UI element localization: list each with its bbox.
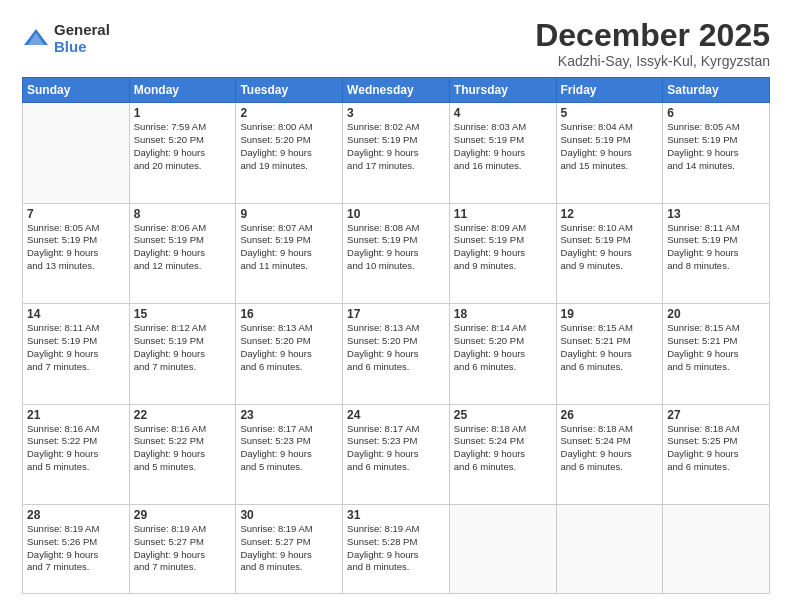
cell-info: Sunrise: 8:06 AM Sunset: 5:19 PM Dayligh… bbox=[134, 222, 232, 273]
page: General Blue December 2025 Kadzhi-Say, I… bbox=[0, 0, 792, 612]
cell-info: Sunrise: 8:16 AM Sunset: 5:22 PM Dayligh… bbox=[27, 423, 125, 474]
table-row: 22Sunrise: 8:16 AM Sunset: 5:22 PM Dayli… bbox=[129, 404, 236, 504]
cell-info: Sunrise: 8:18 AM Sunset: 5:24 PM Dayligh… bbox=[561, 423, 659, 474]
logo-icon bbox=[22, 25, 50, 53]
day-number: 19 bbox=[561, 307, 659, 321]
table-row bbox=[556, 504, 663, 593]
calendar-header-row: Sunday Monday Tuesday Wednesday Thursday… bbox=[23, 78, 770, 103]
table-row: 23Sunrise: 8:17 AM Sunset: 5:23 PM Dayli… bbox=[236, 404, 343, 504]
table-row: 27Sunrise: 8:18 AM Sunset: 5:25 PM Dayli… bbox=[663, 404, 770, 504]
table-row: 5Sunrise: 8:04 AM Sunset: 5:19 PM Daylig… bbox=[556, 103, 663, 203]
col-thursday: Thursday bbox=[449, 78, 556, 103]
table-row: 14Sunrise: 8:11 AM Sunset: 5:19 PM Dayli… bbox=[23, 304, 130, 404]
day-number: 30 bbox=[240, 508, 338, 522]
cell-info: Sunrise: 8:16 AM Sunset: 5:22 PM Dayligh… bbox=[134, 423, 232, 474]
table-row: 2Sunrise: 8:00 AM Sunset: 5:20 PM Daylig… bbox=[236, 103, 343, 203]
table-row: 6Sunrise: 8:05 AM Sunset: 5:19 PM Daylig… bbox=[663, 103, 770, 203]
table-row: 8Sunrise: 8:06 AM Sunset: 5:19 PM Daylig… bbox=[129, 203, 236, 303]
table-row: 12Sunrise: 8:10 AM Sunset: 5:19 PM Dayli… bbox=[556, 203, 663, 303]
day-number: 2 bbox=[240, 106, 338, 120]
cell-info: Sunrise: 8:15 AM Sunset: 5:21 PM Dayligh… bbox=[561, 322, 659, 373]
day-number: 4 bbox=[454, 106, 552, 120]
table-row bbox=[23, 103, 130, 203]
col-friday: Friday bbox=[556, 78, 663, 103]
cell-info: Sunrise: 8:12 AM Sunset: 5:19 PM Dayligh… bbox=[134, 322, 232, 373]
col-monday: Monday bbox=[129, 78, 236, 103]
cell-info: Sunrise: 8:19 AM Sunset: 5:27 PM Dayligh… bbox=[134, 523, 232, 574]
day-number: 10 bbox=[347, 207, 445, 221]
day-number: 22 bbox=[134, 408, 232, 422]
table-row bbox=[663, 504, 770, 593]
cell-info: Sunrise: 8:15 AM Sunset: 5:21 PM Dayligh… bbox=[667, 322, 765, 373]
table-row: 31Sunrise: 8:19 AM Sunset: 5:28 PM Dayli… bbox=[343, 504, 450, 593]
cell-info: Sunrise: 8:13 AM Sunset: 5:20 PM Dayligh… bbox=[347, 322, 445, 373]
day-number: 14 bbox=[27, 307, 125, 321]
table-row: 16Sunrise: 8:13 AM Sunset: 5:20 PM Dayli… bbox=[236, 304, 343, 404]
day-number: 25 bbox=[454, 408, 552, 422]
table-row: 3Sunrise: 8:02 AM Sunset: 5:19 PM Daylig… bbox=[343, 103, 450, 203]
table-row: 10Sunrise: 8:08 AM Sunset: 5:19 PM Dayli… bbox=[343, 203, 450, 303]
day-number: 1 bbox=[134, 106, 232, 120]
table-row: 25Sunrise: 8:18 AM Sunset: 5:24 PM Dayli… bbox=[449, 404, 556, 504]
table-row: 1Sunrise: 7:59 AM Sunset: 5:20 PM Daylig… bbox=[129, 103, 236, 203]
day-number: 3 bbox=[347, 106, 445, 120]
cell-info: Sunrise: 8:09 AM Sunset: 5:19 PM Dayligh… bbox=[454, 222, 552, 273]
col-saturday: Saturday bbox=[663, 78, 770, 103]
table-row: 19Sunrise: 8:15 AM Sunset: 5:21 PM Dayli… bbox=[556, 304, 663, 404]
table-row: 21Sunrise: 8:16 AM Sunset: 5:22 PM Dayli… bbox=[23, 404, 130, 504]
header: General Blue December 2025 Kadzhi-Say, I… bbox=[22, 18, 770, 69]
cell-info: Sunrise: 8:02 AM Sunset: 5:19 PM Dayligh… bbox=[347, 121, 445, 172]
cell-info: Sunrise: 8:17 AM Sunset: 5:23 PM Dayligh… bbox=[240, 423, 338, 474]
col-tuesday: Tuesday bbox=[236, 78, 343, 103]
day-number: 27 bbox=[667, 408, 765, 422]
cell-info: Sunrise: 8:19 AM Sunset: 5:28 PM Dayligh… bbox=[347, 523, 445, 574]
day-number: 5 bbox=[561, 106, 659, 120]
col-sunday: Sunday bbox=[23, 78, 130, 103]
day-number: 7 bbox=[27, 207, 125, 221]
cell-info: Sunrise: 8:11 AM Sunset: 5:19 PM Dayligh… bbox=[27, 322, 125, 373]
day-number: 18 bbox=[454, 307, 552, 321]
logo: General Blue bbox=[22, 22, 110, 55]
table-row: 20Sunrise: 8:15 AM Sunset: 5:21 PM Dayli… bbox=[663, 304, 770, 404]
calendar-table: Sunday Monday Tuesday Wednesday Thursday… bbox=[22, 77, 770, 594]
day-number: 29 bbox=[134, 508, 232, 522]
day-number: 23 bbox=[240, 408, 338, 422]
cell-info: Sunrise: 8:14 AM Sunset: 5:20 PM Dayligh… bbox=[454, 322, 552, 373]
logo-general-text: General bbox=[54, 22, 110, 39]
cell-info: Sunrise: 8:19 AM Sunset: 5:26 PM Dayligh… bbox=[27, 523, 125, 574]
location-title: Kadzhi-Say, Issyk-Kul, Kyrgyzstan bbox=[535, 53, 770, 69]
day-number: 6 bbox=[667, 106, 765, 120]
table-row: 18Sunrise: 8:14 AM Sunset: 5:20 PM Dayli… bbox=[449, 304, 556, 404]
day-number: 17 bbox=[347, 307, 445, 321]
day-number: 26 bbox=[561, 408, 659, 422]
table-row: 29Sunrise: 8:19 AM Sunset: 5:27 PM Dayli… bbox=[129, 504, 236, 593]
day-number: 9 bbox=[240, 207, 338, 221]
logo-blue-text: Blue bbox=[54, 39, 110, 56]
cell-info: Sunrise: 8:05 AM Sunset: 5:19 PM Dayligh… bbox=[667, 121, 765, 172]
title-block: December 2025 Kadzhi-Say, Issyk-Kul, Kyr… bbox=[535, 18, 770, 69]
table-row: 11Sunrise: 8:09 AM Sunset: 5:19 PM Dayli… bbox=[449, 203, 556, 303]
cell-info: Sunrise: 8:05 AM Sunset: 5:19 PM Dayligh… bbox=[27, 222, 125, 273]
day-number: 8 bbox=[134, 207, 232, 221]
day-number: 28 bbox=[27, 508, 125, 522]
table-row bbox=[449, 504, 556, 593]
logo-text: General Blue bbox=[54, 22, 110, 55]
table-row: 28Sunrise: 8:19 AM Sunset: 5:26 PM Dayli… bbox=[23, 504, 130, 593]
day-number: 16 bbox=[240, 307, 338, 321]
cell-info: Sunrise: 8:07 AM Sunset: 5:19 PM Dayligh… bbox=[240, 222, 338, 273]
table-row: 24Sunrise: 8:17 AM Sunset: 5:23 PM Dayli… bbox=[343, 404, 450, 504]
cell-info: Sunrise: 8:19 AM Sunset: 5:27 PM Dayligh… bbox=[240, 523, 338, 574]
cell-info: Sunrise: 8:03 AM Sunset: 5:19 PM Dayligh… bbox=[454, 121, 552, 172]
table-row: 15Sunrise: 8:12 AM Sunset: 5:19 PM Dayli… bbox=[129, 304, 236, 404]
day-number: 11 bbox=[454, 207, 552, 221]
day-number: 13 bbox=[667, 207, 765, 221]
table-row: 30Sunrise: 8:19 AM Sunset: 5:27 PM Dayli… bbox=[236, 504, 343, 593]
day-number: 20 bbox=[667, 307, 765, 321]
cell-info: Sunrise: 8:18 AM Sunset: 5:24 PM Dayligh… bbox=[454, 423, 552, 474]
cell-info: Sunrise: 8:17 AM Sunset: 5:23 PM Dayligh… bbox=[347, 423, 445, 474]
cell-info: Sunrise: 8:00 AM Sunset: 5:20 PM Dayligh… bbox=[240, 121, 338, 172]
cell-info: Sunrise: 8:13 AM Sunset: 5:20 PM Dayligh… bbox=[240, 322, 338, 373]
cell-info: Sunrise: 8:08 AM Sunset: 5:19 PM Dayligh… bbox=[347, 222, 445, 273]
col-wednesday: Wednesday bbox=[343, 78, 450, 103]
day-number: 24 bbox=[347, 408, 445, 422]
